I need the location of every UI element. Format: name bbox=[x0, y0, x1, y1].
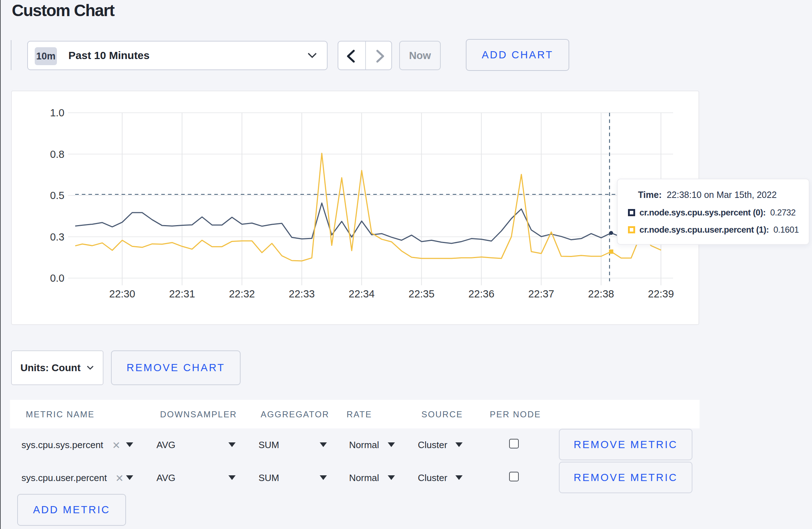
svg-text:1.0: 1.0 bbox=[50, 107, 64, 118]
svg-text:0.3: 0.3 bbox=[50, 231, 64, 243]
svg-text:22:33: 22:33 bbox=[289, 288, 315, 300]
svg-text:22:37: 22:37 bbox=[528, 288, 554, 300]
svg-text:22:34: 22:34 bbox=[349, 288, 375, 300]
svg-text:0.0: 0.0 bbox=[50, 272, 64, 284]
svg-text:22:30: 22:30 bbox=[109, 288, 135, 300]
svg-text:0.5: 0.5 bbox=[50, 190, 64, 201]
svg-text:22:32: 22:32 bbox=[229, 288, 255, 300]
svg-text:22:39: 22:39 bbox=[648, 288, 674, 300]
svg-text:22:35: 22:35 bbox=[409, 288, 435, 300]
svg-text:0.8: 0.8 bbox=[50, 149, 64, 160]
svg-text:22:36: 22:36 bbox=[468, 288, 494, 300]
svg-text:22:38: 22:38 bbox=[588, 288, 614, 300]
svg-text:22:31: 22:31 bbox=[169, 288, 195, 300]
